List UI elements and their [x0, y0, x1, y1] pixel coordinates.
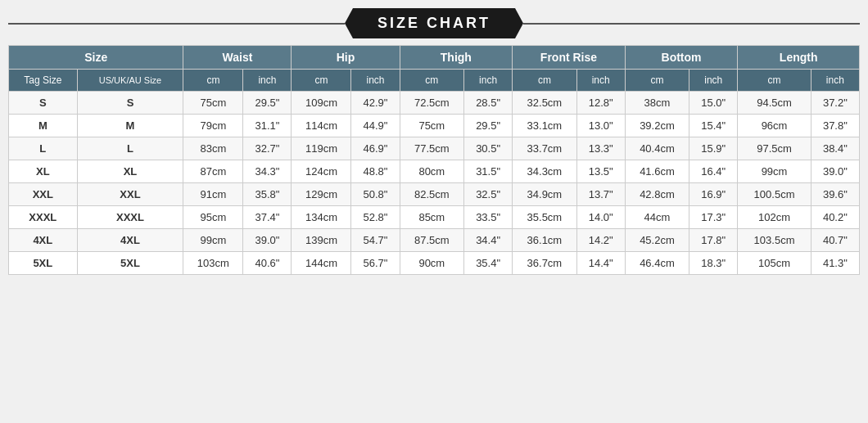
subheader-thigh-cm: cm: [400, 70, 463, 92]
table-cell: 5XL: [9, 252, 78, 275]
table-cell: 35.5cm: [513, 206, 576, 229]
table-cell: 45.2cm: [625, 229, 689, 252]
table-cell: 35.4": [464, 252, 513, 275]
table-row: XLXL87cm34.3"124cm48.8"80cm31.5"34.3cm13…: [9, 160, 860, 183]
table-cell: 16.4": [689, 160, 738, 183]
table-cell: 14.2": [576, 229, 625, 252]
table-cell: 35.8": [243, 183, 292, 206]
table-cell: 42.9": [351, 92, 400, 115]
table-cell: 32.5cm: [513, 92, 576, 115]
table-cell: 134cm: [292, 206, 351, 229]
table-cell: S: [77, 92, 183, 115]
subheader-frontrise-inch: inch: [576, 70, 625, 92]
table-cell: 13.5": [576, 160, 625, 183]
table-cell: 54.7": [351, 229, 400, 252]
table-cell: S: [9, 92, 78, 115]
table-cell: 44.9": [351, 115, 400, 137]
table-cell: 34.3cm: [513, 160, 576, 183]
table-cell: 90cm: [400, 252, 463, 275]
table-cell: 79cm: [183, 115, 243, 137]
subheader-hip-cm: cm: [292, 70, 351, 92]
table-cell: 99cm: [738, 160, 811, 183]
table-cell: 4XL: [9, 229, 78, 252]
table-cell: 39.6": [811, 183, 859, 206]
table-cell: 40.6": [243, 252, 292, 275]
table-cell: 44cm: [625, 206, 689, 229]
table-cell: 38.4": [811, 137, 859, 160]
table-cell: 52.8": [351, 206, 400, 229]
title-line-left: [8, 23, 345, 25]
table-cell: 42.8cm: [625, 183, 689, 206]
title-bar: SIZE CHART: [8, 8, 860, 38]
subheader-hip-inch: inch: [351, 70, 400, 92]
table-cell: XXXL: [9, 206, 78, 229]
table-cell: 50.8": [351, 183, 400, 206]
table-cell: 95cm: [183, 206, 243, 229]
subheader-row: Tag Size US/UK/AU Size cm inch cm inch c…: [9, 70, 860, 92]
table-cell: 139cm: [292, 229, 351, 252]
table-cell: 37.8": [811, 115, 859, 137]
table-cell: 37.4": [243, 206, 292, 229]
table-cell: 129cm: [292, 183, 351, 206]
table-cell: 13.7": [576, 183, 625, 206]
table-cell: 41.6cm: [625, 160, 689, 183]
subheader-us-size: US/UK/AU Size: [77, 70, 183, 92]
table-cell: 97.5cm: [738, 137, 811, 160]
table-cell: 32.5": [464, 183, 513, 206]
table-cell: 87cm: [183, 160, 243, 183]
table-cell: 99cm: [183, 229, 243, 252]
table-cell: 32.7": [243, 137, 292, 160]
table-cell: 75cm: [400, 115, 463, 137]
table-cell: XXL: [77, 183, 183, 206]
table-row: XXLXXL91cm35.8"129cm50.8"82.5cm32.5"34.9…: [9, 183, 860, 206]
table-cell: M: [77, 115, 183, 137]
table-cell: 38cm: [625, 92, 689, 115]
table-cell: 46.4cm: [625, 252, 689, 275]
header-hip: Hip: [292, 46, 400, 70]
table-cell: 40.4cm: [625, 137, 689, 160]
table-cell: M: [9, 115, 78, 137]
table-cell: 34.4": [464, 229, 513, 252]
table-cell: 46.9": [351, 137, 400, 160]
table-cell: 80cm: [400, 160, 463, 183]
table-cell: 34.9cm: [513, 183, 576, 206]
table-cell: 29.5": [464, 115, 513, 137]
subheader-bottom-inch: inch: [689, 70, 738, 92]
table-cell: 39.0": [243, 229, 292, 252]
table-cell: 33.5": [464, 206, 513, 229]
table-cell: 102cm: [738, 206, 811, 229]
table-cell: 94.5cm: [738, 92, 811, 115]
table-cell: 85cm: [400, 206, 463, 229]
table-cell: 14.4": [576, 252, 625, 275]
table-cell: 15.9": [689, 137, 738, 160]
table-cell: 75cm: [183, 92, 243, 115]
table-cell: 87.5cm: [400, 229, 463, 252]
table-cell: 56.7": [351, 252, 400, 275]
header-row: Size Waist Hip Thigh Front Rise Bottom L…: [9, 46, 860, 70]
subheader-bottom-cm: cm: [625, 70, 689, 92]
table-row: LL83cm32.7"119cm46.9"77.5cm30.5"33.7cm13…: [9, 137, 860, 160]
table-cell: 105cm: [738, 252, 811, 275]
table-cell: 91cm: [183, 183, 243, 206]
table-cell: 82.5cm: [400, 183, 463, 206]
table-cell: 40.7": [811, 229, 859, 252]
table-cell: 36.1cm: [513, 229, 576, 252]
table-row: SS75cm29.5"109cm42.9"72.5cm28.5"32.5cm12…: [9, 92, 860, 115]
table-cell: 124cm: [292, 160, 351, 183]
subheader-tag-size: Tag Size: [9, 70, 78, 92]
table-cell: 13.0": [576, 115, 625, 137]
table-cell: 29.5": [243, 92, 292, 115]
table-row: XXXLXXXL95cm37.4"134cm52.8"85cm33.5"35.5…: [9, 206, 860, 229]
table-cell: 28.5": [464, 92, 513, 115]
table-row: 5XL5XL103cm40.6"144cm56.7"90cm35.4"36.7c…: [9, 252, 860, 275]
table-cell: L: [77, 137, 183, 160]
table-cell: 103cm: [183, 252, 243, 275]
table-cell: 114cm: [292, 115, 351, 137]
header-bottom: Bottom: [625, 46, 738, 70]
table-cell: 39.0": [811, 160, 859, 183]
table-cell: 17.3": [689, 206, 738, 229]
table-cell: 33.1cm: [513, 115, 576, 137]
table-cell: 40.2": [811, 206, 859, 229]
table-cell: 13.3": [576, 137, 625, 160]
table-cell: 12.8": [576, 92, 625, 115]
